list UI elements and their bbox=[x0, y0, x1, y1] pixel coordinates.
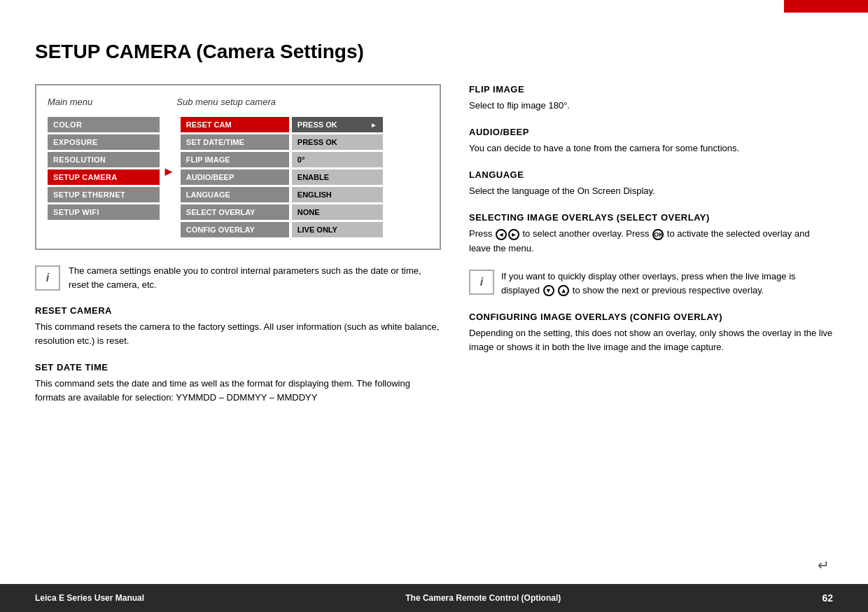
sub-item-config-overlay: CONFIG OVERLAY bbox=[181, 222, 289, 237]
info-text-2: If you want to quickly display other ove… bbox=[501, 270, 833, 298]
bottom-bar-left: Leica E Series User Manual bbox=[35, 593, 144, 603]
language-body: Select the language of the On Screen Dis… bbox=[469, 184, 833, 198]
ok-btn: OK bbox=[652, 229, 664, 240]
info-icon-2: i bbox=[469, 270, 494, 295]
sub-menu-label: Sub menu setup camera bbox=[176, 97, 276, 107]
sub-item-flip-image: FLIP IMAGE bbox=[181, 152, 289, 167]
menu-columns: COLOR EXPOSURE RESOLUTION SETUP CAMERA S… bbox=[48, 117, 428, 237]
info-icon: i bbox=[35, 265, 60, 291]
down-btn: ▼ bbox=[543, 285, 554, 296]
value-column: PRESS OK ► PRESS OK 0° ENABLE ENGLISH NO… bbox=[292, 117, 383, 237]
audio-beep-body: You can decide to have a tone from the c… bbox=[469, 141, 833, 155]
sub-menu-column: RESET CAM SET DATE/TIME FLIP IMAGE AUDIO… bbox=[181, 117, 289, 237]
main-menu-label: Main menu bbox=[48, 97, 92, 107]
menu-diagram-header: Main menu Sub menu setup camera bbox=[48, 97, 428, 107]
left-arrow-btn: ◄ bbox=[496, 229, 507, 240]
menu-item-setup-camera: SETUP CAMERA bbox=[48, 169, 160, 185]
menu-item-exposure: EXPOSURE bbox=[48, 134, 160, 150]
menu-arrow-indicator: ► bbox=[162, 165, 175, 179]
sub-item-set-date-time: SET DATE/TIME bbox=[181, 134, 289, 150]
language-section: LANGUAGE Select the language of the On S… bbox=[469, 169, 833, 198]
content-columns: Main menu Sub menu setup camera COLOR EX… bbox=[35, 84, 833, 570]
info-box-2: i If you want to quickly display other o… bbox=[469, 270, 833, 298]
flip-image-body: Select to flip image 180°. bbox=[469, 99, 833, 113]
sub-item-language: LANGUAGE bbox=[181, 187, 289, 202]
config-overlay-section: CONFIGURING IMAGE OVERLAYS (CONFIG OVERL… bbox=[469, 312, 833, 354]
audio-beep-heading: AUDIO/BEEP bbox=[469, 127, 833, 137]
left-column: Main menu Sub menu setup camera COLOR EX… bbox=[35, 84, 441, 570]
return-arrow: ↵ bbox=[818, 557, 830, 573]
right-column: FLIP IMAGE Select to flip image 180°. AU… bbox=[469, 84, 833, 570]
value-item-live-only: LIVE ONLY bbox=[292, 222, 383, 237]
set-date-time-section: SET DATE TIME This command sets the date… bbox=[35, 362, 441, 405]
flip-image-section: FLIP IMAGE Select to flip image 180°. bbox=[469, 84, 833, 113]
config-overlay-heading: CONFIGURING IMAGE OVERLAYS (CONFIG OVERL… bbox=[469, 312, 833, 322]
menu-item-setup-ethernet: SETUP ETHERNET bbox=[48, 187, 160, 202]
main-content: SETUP CAMERA (Camera Settings) Main menu… bbox=[0, 13, 868, 584]
flip-image-heading: FLIP IMAGE bbox=[469, 84, 833, 95]
right-arrow-btn: ► bbox=[508, 229, 519, 240]
bottom-bar-center: The Camera Remote Control (Optional) bbox=[405, 593, 561, 603]
menu-item-setup-wifi: SETUP WIFI bbox=[48, 204, 160, 220]
menu-item-color: COLOR bbox=[48, 117, 160, 132]
main-menu-column: COLOR EXPOSURE RESOLUTION SETUP CAMERA S… bbox=[48, 117, 160, 220]
value-item-none: NONE bbox=[292, 204, 383, 220]
language-heading: LANGUAGE bbox=[469, 169, 833, 180]
audio-beep-section: AUDIO/BEEP You can decide to have a tone… bbox=[469, 127, 833, 155]
value-label: PRESS OK bbox=[298, 120, 337, 129]
value-item-enable: ENABLE bbox=[292, 169, 383, 185]
config-overlay-body: Depending on the setting, this does not … bbox=[469, 326, 833, 354]
value-item-0deg: 0° bbox=[292, 152, 383, 167]
menu-diagram: Main menu Sub menu setup camera COLOR EX… bbox=[35, 84, 441, 250]
set-date-time-heading: SET DATE TIME bbox=[35, 362, 441, 373]
value-item-press-ok-1: PRESS OK ► bbox=[292, 117, 383, 132]
up-btn: ▲ bbox=[558, 285, 569, 296]
reset-camera-heading: RESET CAMERA bbox=[35, 305, 441, 316]
value-item-press-ok-2: PRESS OK bbox=[292, 134, 383, 150]
info-text: The camera settings enable you to contro… bbox=[69, 264, 441, 291]
sub-item-audio-beep: AUDIO/BEEP bbox=[181, 169, 289, 185]
reset-camera-body: This command resets the camera to the fa… bbox=[35, 320, 441, 348]
menu-item-resolution: RESOLUTION bbox=[48, 152, 160, 167]
sub-item-reset-cam: RESET CAM bbox=[181, 117, 289, 132]
bottom-bar-right: 62 bbox=[822, 592, 833, 604]
info-box: i The camera settings enable you to cont… bbox=[35, 264, 441, 291]
select-overlay-heading: SELECTING IMAGE OVERLAYS (SELECT OVERLAY… bbox=[469, 212, 833, 223]
bottom-bar: Leica E Series User Manual The Camera Re… bbox=[0, 584, 868, 612]
top-red-bar bbox=[784, 0, 868, 13]
value-arrow: ► bbox=[370, 121, 377, 129]
sub-item-select-overlay: SELECT OVERLAY bbox=[181, 204, 289, 220]
select-overlay-body: Press ◄► to select another overlay. Pres… bbox=[469, 227, 833, 255]
set-date-time-body: This command sets the date and time as w… bbox=[35, 377, 441, 405]
value-item-english: ENGLISH bbox=[292, 187, 383, 202]
reset-camera-section: RESET CAMERA This command resets the cam… bbox=[35, 305, 441, 348]
select-overlay-section: SELECTING IMAGE OVERLAYS (SELECT OVERLAY… bbox=[469, 212, 833, 255]
page-title: SETUP CAMERA (Camera Settings) bbox=[35, 41, 833, 63]
